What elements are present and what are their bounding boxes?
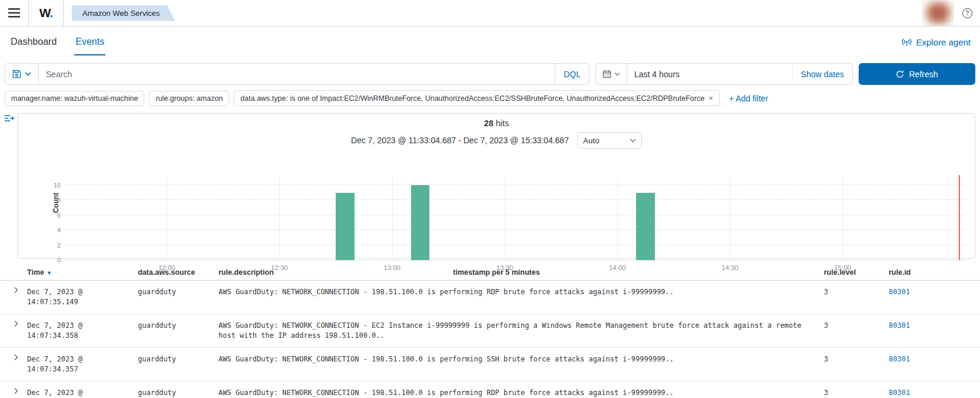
refresh-label: Refresh (909, 70, 938, 79)
v-gridline (392, 175, 393, 260)
expand-row-icon[interactable] (0, 281, 27, 294)
histogram-bar[interactable] (411, 185, 430, 260)
refresh-icon (896, 70, 904, 78)
rule-id-link[interactable]: 80301 (889, 355, 910, 363)
plot-area: 024681012:0012:3013:0013:3014:0014:3015:… (65, 175, 966, 261)
v-gridline (505, 175, 505, 260)
filter-pill[interactable]: data.aws.type: is one of Impact:EC2/WinR… (234, 90, 719, 106)
open-sidebar-icon[interactable] (0, 113, 18, 259)
table-row: Dec 7, 2023 @ 14:07:35.149guarddutyAWS G… (0, 281, 980, 314)
avatar-cell[interactable] (922, 0, 954, 26)
h-gridline (65, 245, 966, 245)
expand-row-icon[interactable] (0, 314, 27, 327)
search-box: DQL (5, 63, 590, 85)
h-gridline (65, 199, 966, 200)
cell-source: guardduty (138, 314, 218, 337)
date-picker: Last 4 hours Show dates (595, 63, 853, 85)
cell-description: AWS GuardDuty: NETWORK_CONNECTION - 198.… (218, 381, 824, 398)
histogram-bar[interactable] (336, 193, 355, 260)
remove-filter-icon[interactable]: × (708, 94, 713, 103)
save-icon (12, 70, 21, 78)
interval-select[interactable]: Auto (577, 132, 642, 149)
rule-id-link[interactable]: 80301 (889, 321, 910, 330)
filter-pill[interactable]: rule.groups: amazon (149, 91, 229, 106)
v-gridline (167, 175, 167, 260)
table-row: Dec 7, 2023 @ 14:07:34.358guarddutyAWS G… (0, 314, 980, 348)
top-header-bar: W. Amazon Web Services ? (0, 0, 980, 27)
cell-description: AWS GuardDuty: NETWORK_CONNECTION - 198.… (218, 281, 824, 304)
cell-level: 3 (824, 281, 889, 304)
h-gridline (65, 215, 966, 215)
cell-time: Dec 7, 2023 @ 14:07:33.799 (27, 381, 138, 398)
y-tick-label: 8 (57, 196, 61, 203)
y-tick-label: 10 (54, 182, 61, 189)
histogram-panel: 28 hits Dec 7, 2023 @ 11:33:04.687 - Dec… (18, 113, 975, 259)
tab-events[interactable]: Events (74, 28, 105, 55)
x-axis-title: timestamp per 5 minutes (18, 268, 975, 277)
rule-id-link[interactable]: 80301 (889, 389, 910, 397)
search-input[interactable] (39, 70, 555, 79)
time-range-value[interactable]: Last 4 hours (627, 70, 792, 79)
calendar-icon (602, 70, 611, 78)
header-divider (63, 0, 64, 26)
cell-source: guardduty (138, 348, 218, 371)
v-gridline (279, 175, 280, 260)
h-gridline (65, 229, 966, 230)
header-right: ? (922, 0, 980, 26)
cell-source: guardduty (138, 281, 218, 304)
explore-agent-label: Explore agent (916, 37, 971, 47)
query-language-button[interactable]: DQL (555, 64, 589, 84)
cell-level: 3 (824, 348, 889, 371)
module-tabs: Dashboard Events Explore agent (0, 27, 980, 57)
breadcrumb[interactable]: Amazon Web Services (72, 5, 175, 21)
cell-time: Dec 7, 2023 @ 14:07:35.149 (27, 281, 138, 314)
v-gridline (843, 175, 843, 260)
cell-time: Dec 7, 2023 @ 14:07:34.358 (27, 314, 138, 347)
chevron-down-icon (614, 73, 620, 76)
table-row: Dec 7, 2023 @ 14:07:33.799guarddutyAWS G… (0, 381, 980, 398)
current-time-marker (959, 175, 960, 260)
cell-description: AWS GuardDuty: NETWORK_CONNECTION - EC2 … (218, 314, 824, 347)
refresh-button[interactable]: Refresh (859, 63, 975, 85)
help-icon[interactable]: ? (954, 0, 980, 26)
tab-dashboard[interactable]: Dashboard (9, 28, 58, 55)
v-gridline (730, 175, 730, 260)
cell-rule-id: 80301 (889, 381, 980, 398)
quick-select-button[interactable] (596, 64, 627, 84)
histogram-bar[interactable] (636, 193, 655, 260)
header-left: W. Amazon Web Services (0, 0, 922, 26)
expand-row-icon[interactable] (0, 348, 27, 361)
avatar (925, 2, 951, 24)
cell-level: 3 (824, 381, 889, 398)
hamburger-menu-icon[interactable] (0, 0, 28, 26)
cell-description: AWS GuardDuty: NETWORK_CONNECTION - 198.… (218, 348, 824, 371)
saved-queries-button[interactable] (5, 64, 39, 84)
rule-id-link[interactable]: 80301 (889, 288, 910, 296)
events-main: 28 hits Dec 7, 2023 @ 11:33:04.687 - Dec… (0, 106, 980, 259)
table-row: Dec 7, 2023 @ 14:07:34.357guarddutyAWS G… (0, 348, 980, 381)
filter-pill[interactable]: manager.name: wazuh-virtual-machine (5, 91, 144, 106)
broadcast-icon (902, 38, 912, 47)
show-dates-button[interactable]: Show dates (792, 64, 852, 84)
histogram-chart[interactable]: Count 024681012:0012:3013:0013:3014:0014… (65, 175, 966, 261)
cell-time: Dec 7, 2023 @ 14:07:34.357 (27, 348, 138, 381)
cell-level: 3 (824, 314, 889, 337)
y-tick-label: 4 (57, 226, 61, 233)
query-bar: DQL Last 4 hours Show dates Refresh (0, 57, 980, 85)
events-table: Time▼ data.aws.source rule.description r… (0, 265, 980, 398)
y-tick-label: 2 (57, 242, 61, 249)
logo-dot: . (49, 6, 52, 19)
y-tick-label: 0 (57, 256, 61, 264)
table-body: Dec 7, 2023 @ 14:07:35.149guarddutyAWS G… (0, 281, 980, 398)
filter-bar: manager.name: wazuh-virtual-machinerule.… (0, 85, 980, 106)
h-gridline (65, 185, 966, 185)
cell-rule-id: 80301 (889, 348, 980, 371)
cell-rule-id: 80301 (889, 281, 980, 304)
explore-agent-link[interactable]: Explore agent (902, 37, 971, 47)
cell-source: guardduty (138, 381, 218, 398)
wazuh-logo[interactable]: W. (29, 0, 63, 26)
add-filter-button[interactable]: + Add filter (729, 94, 769, 103)
v-gridline (617, 175, 618, 260)
chart-time-range: Dec 7, 2023 @ 11:33:04.687 - Dec 7, 2023… (351, 136, 569, 145)
expand-row-icon[interactable] (0, 381, 27, 394)
